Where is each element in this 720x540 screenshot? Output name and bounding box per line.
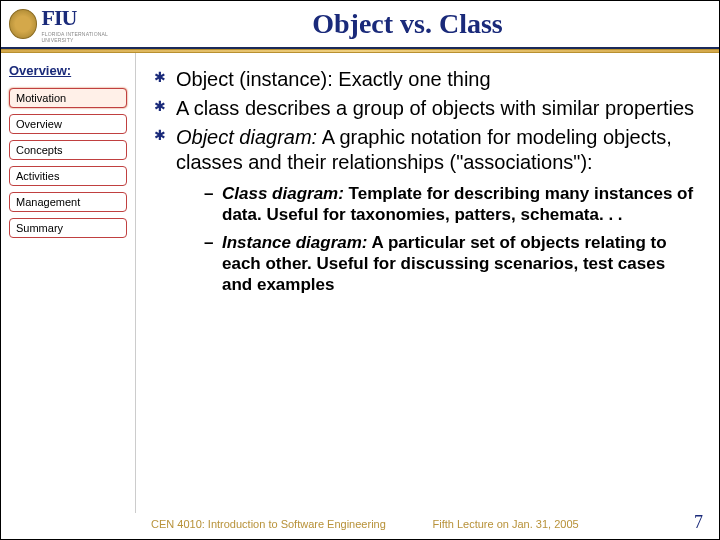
sub-bullet-item: Class diagram: Template for describing m… [204,183,697,226]
sidebar-item-summary[interactable]: Summary [9,218,127,238]
logo-subtext: FLORIDA INTERNATIONAL UNIVERSITY [41,31,136,43]
university-seal-icon [9,9,37,39]
footer-course: CEN 4010: Introduction to Software Engin… [151,518,393,530]
sidebar: Overview: Motivation Overview Concepts A… [1,53,136,513]
content-area: Object (instance): Exactly one thing A c… [136,53,719,513]
header: FIU FLORIDA INTERNATIONAL UNIVERSITY Obj… [1,1,719,49]
sub-bullet-item: Instance diagram: A particular set of ob… [204,232,697,296]
footer: CEN 4010: Introduction to Software Engin… [1,512,719,533]
bullet-item: Object (instance): Exactly one thing [154,67,697,92]
sidebar-item-overview[interactable]: Overview [9,114,127,134]
logo-text: FIU [41,5,136,31]
bullet-item: Object diagram: A graphic notation for m… [154,125,697,295]
logo-area: FIU FLORIDA INTERNATIONAL UNIVERSITY [1,1,136,47]
page-number: 7 [694,512,703,533]
sidebar-item-concepts[interactable]: Concepts [9,140,127,160]
sidebar-item-motivation[interactable]: Motivation [9,88,127,108]
sidebar-heading: Overview: [9,63,127,78]
main-bullets: Object (instance): Exactly one thing A c… [154,67,697,295]
sidebar-item-management[interactable]: Management [9,192,127,212]
bullet-item: A class describes a group of objects wit… [154,96,697,121]
sidebar-item-activities[interactable]: Activities [9,166,127,186]
footer-lecture: Fifth Lecture on Jan. 31, 2005 [393,518,675,530]
body: Overview: Motivation Overview Concepts A… [1,53,719,513]
slide-title: Object vs. Class [136,8,719,40]
sub-bullets: Class diagram: Template for describing m… [204,183,697,295]
